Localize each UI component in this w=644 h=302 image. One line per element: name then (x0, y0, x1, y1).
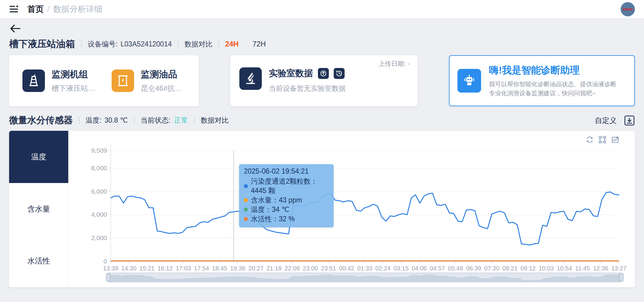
x-axis-label: 16:12 (157, 265, 173, 272)
x-axis-label: 05:48 (448, 265, 463, 272)
robot-icon (457, 69, 481, 93)
upload-date-label: 上传日期: - (379, 59, 410, 68)
divider (134, 117, 134, 124)
x-axis-label: 12:36 (593, 265, 608, 272)
restore-icon[interactable] (586, 136, 594, 144)
divider (194, 117, 195, 124)
y-axis-label: 4,000 (91, 211, 107, 218)
x-axis-label: 07:30 (484, 265, 499, 272)
sensor-temp-label: 温度: (86, 116, 101, 125)
x-axis-label: 09:12 (521, 265, 536, 272)
x-axis-label: 13:27 (611, 265, 626, 272)
save-image-icon[interactable] (611, 136, 619, 144)
x-axis-label: 17:03 (176, 265, 191, 272)
sensor-section-header: 微量水分传感器 温度: 30.8 ℃ 当前状态: 正常 数据对比 自定义 (9, 114, 635, 127)
x-axis-label: 17:54 (194, 265, 209, 272)
x-axis-label: 18:45 (212, 265, 227, 272)
chart-toolbar (586, 136, 619, 144)
x-axis-label: 00:42 (339, 265, 354, 272)
lab-card-title: 实验室数据 (269, 67, 313, 80)
ai-assistant-card[interactable]: 嗨!我是智能诊断助理 我可以帮你智能化诊断油品状态、提供油液诊断专业化润滑设备监… (449, 55, 635, 106)
monitor-oil-item[interactable]: 监测油品 昆仑46#抗… (112, 68, 182, 93)
x-axis-label: 13:39 (103, 265, 118, 272)
x-axis-label: 22:09 (285, 265, 300, 272)
range-72h-button[interactable]: 72H (252, 40, 266, 48)
summary-cards: 监测机组 槽下液压站… 监测油品 昆仑46#抗… (9, 55, 635, 106)
y-axis-label: 6,000 (91, 188, 107, 195)
monitor-unit-title: 监测机组 (52, 68, 95, 81)
x-axis-label: 08:21 (502, 265, 518, 272)
device-title-row: 槽下液压站油箱 设备编号: L03A524120014 数据对比 24H 72H (9, 38, 635, 50)
x-axis-label: 11:45 (575, 265, 590, 272)
lab-data-card: 上传日期: - 实验室数据 (230, 55, 418, 106)
datazoom-selected-region[interactable] (108, 273, 621, 282)
page-content: 槽下液压站油箱 设备编号: L03A524120014 数据对比 24H 72H (0, 18, 644, 287)
brand-logo[interactable]: inzoc (621, 2, 635, 16)
chart-tab-rail: 温度含水量水活性 (9, 131, 69, 287)
history-icon[interactable] (334, 68, 345, 79)
microscope-icon (239, 67, 262, 90)
custom-range-button[interactable]: 自定义 (595, 116, 617, 125)
datazoom-left-handle[interactable] (106, 273, 110, 281)
range-24h-button[interactable]: 24H (225, 40, 238, 48)
chart-tab[interactable]: 含水量 (9, 183, 68, 235)
breadcrumb-separator: / (47, 5, 50, 14)
chart-tab[interactable]: 温度 (9, 131, 68, 183)
topbar: 首页 / 数据分析详细 inzoc (0, 0, 644, 18)
breadcrumb-current: 数据分析详细 (53, 4, 103, 15)
monitor-unit-item[interactable]: 监测机组 槽下液压站… (22, 68, 95, 93)
brand-logo-text: inzoc (623, 7, 633, 12)
datazoom-right-handle[interactable] (619, 273, 623, 281)
chart-area: 02,0004,0006,0008,0009,50913:3914:3015:2… (69, 131, 635, 287)
lab-empty-text: 当前设备暂无实验室数据 (269, 84, 346, 93)
divider (81, 40, 82, 48)
sensor-title: 微量水分传感器 (9, 114, 73, 127)
x-axis-label: 19:36 (230, 265, 245, 272)
x-axis-label: 03:15 (393, 265, 409, 272)
status-badge: 正常 (174, 116, 188, 125)
assistant-description: 我可以帮你智能化诊断油品状态、提供油液诊断专业化润滑设备监测建议，快问问我吧~ (489, 80, 622, 98)
x-axis-label: 23:00 (303, 265, 318, 272)
assistant-title: 嗨!我是智能诊断助理 (489, 64, 622, 77)
x-axis-label: 21:18 (266, 265, 282, 272)
monitor-oil-title: 监测油品 (141, 68, 182, 81)
x-axis-label: 23:51 (321, 265, 336, 272)
x-axis-label: 06:39 (466, 265, 481, 272)
device-id-label: 设备编号: (88, 39, 117, 49)
y-axis-label: 2,000 (91, 234, 107, 241)
upload-icon[interactable] (318, 68, 329, 79)
x-axis-label: 15:21 (140, 265, 155, 272)
x-axis-label: 14:30 (121, 265, 137, 272)
x-axis-label: 01:33 (357, 265, 372, 272)
page-title: 槽下液压站油箱 (9, 38, 75, 50)
x-axis-label: 10:54 (557, 265, 572, 272)
monitor-card: 监测机组 槽下液压站… 监测油品 昆仑46#抗… (9, 55, 199, 106)
sensor-chart-card: 温度含水量水活性 02,0004,0006,0008,0009,50913:39… (9, 131, 635, 287)
back-arrow-icon (9, 24, 21, 33)
divider (178, 40, 178, 48)
datazoom-slider[interactable] (106, 273, 623, 282)
compare-label: 数据对比 (184, 39, 212, 49)
monitor-oil-subtitle: 昆仑46#抗… (141, 83, 182, 93)
breadcrumb-home[interactable]: 首页 (27, 4, 44, 15)
sensor-compare-label[interactable]: 数据对比 (201, 116, 229, 125)
download-icon[interactable] (624, 115, 635, 126)
zoom-select-icon[interactable] (598, 136, 606, 144)
x-axis-label: 02:24 (375, 265, 390, 272)
derrick-icon (22, 70, 45, 92)
y-axis-label: 0 (103, 258, 107, 265)
particle-count-line (111, 192, 619, 245)
x-axis-label: 20:27 (248, 265, 264, 272)
back-button[interactable] (9, 24, 21, 34)
x-axis-label: 10:03 (539, 265, 554, 272)
x-axis-label: 04:06 (412, 265, 427, 272)
device-id-value: L03A524120014 (120, 40, 172, 48)
x-axis-label: 04:57 (430, 265, 445, 272)
divider (79, 117, 79, 124)
sensor-status-label: 当前状态: (140, 116, 170, 125)
chart-tab[interactable]: 水活性 (9, 235, 68, 287)
monitor-unit-subtitle: 槽下液压站… (52, 83, 95, 93)
oil-barrel-icon (112, 70, 134, 92)
line-chart: 02,0004,0006,0008,0009,50913:3914:3015:2… (69, 131, 635, 287)
menu-fold-icon[interactable] (9, 5, 19, 14)
